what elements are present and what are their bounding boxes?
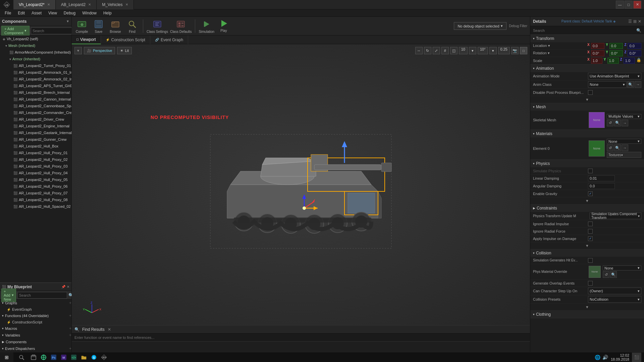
rotation-z-field[interactable]: 0.0° [628,50,641,56]
constraints-header[interactable]: ▶ Constraints [530,204,644,212]
anim-class-dropdown[interactable]: None ▾ [588,81,627,88]
scale-lock-icon[interactable]: 🔒 [636,58,641,64]
mesh-search-btn[interactable]: 🔍 [614,120,621,126]
physics-header[interactable]: ▾ Physics [530,160,644,167]
play-button[interactable]: Play [216,18,231,34]
rotation-y-field[interactable]: 0.0° [609,50,623,56]
ignore-radial-impulse-checkbox[interactable] [588,222,593,226]
phys-material-reset-btn[interactable]: ↺ [603,271,609,278]
grid-size-button[interactable]: 10 [459,47,468,54]
bp-variables-section[interactable]: ▾ Variables + [0,332,71,339]
viewport-translate-icon[interactable]: ↔ [415,47,423,54]
menu-view[interactable]: View [45,10,60,16]
armor-item-13[interactable]: ⬛ AR_Leopard2_Hull_Proxy_01 [0,149,71,156]
simulation-button[interactable]: Simulation [199,18,214,34]
close-tab-1[interactable]: ✕ [88,3,91,6]
material-search-btn[interactable]: 🔍 [614,144,621,151]
rotation-x-field[interactable]: 0.0° [591,50,605,56]
class-defaults-button[interactable]: Class Defaults [170,18,192,34]
physics-transform-dropdown[interactable]: Simulation Upates Component Transform ▾ [590,213,641,219]
bp-search-input[interactable] [17,292,67,299]
my-blueprint-close-icon[interactable]: ✕ [67,285,69,289]
viewport-area[interactable]: NO PRECOMPUTED VISIBILITY ▾ 🎥 Perspectiv… [72,44,530,325]
armor-item-10[interactable]: ⬛ AR_Leopard2_Gastank_Internal [0,129,71,136]
taskbar-skype-btn[interactable]: S [89,353,99,362]
details-search-input[interactable] [533,28,634,33]
rotate-snap-button[interactable]: 10° [478,47,488,54]
menu-help[interactable]: Help [100,10,115,16]
tab-ab-leopard2[interactable]: AB_Leopard2 ✕ [56,0,97,9]
class-settings-button[interactable]: Class Settings [147,18,168,34]
armor-item-0[interactable]: ⬛ AR_Leopard2_Turret_Proxy_01 [0,62,71,69]
anim-class-browse-btn[interactable]: → [635,81,641,88]
find-button[interactable]: Find [125,18,140,34]
material-reset-btn[interactable]: ↺ [607,144,613,151]
armor-item-15[interactable]: ⬛ AR_Leopard2_Hull_Proxy_03 [0,163,71,170]
physics-expand-btn[interactable]: ▼ [584,198,590,203]
taskbar-folder-btn[interactable] [79,353,89,362]
armor-item-4[interactable]: ⬛ AR_Leopard2_Breech_Internal [0,89,71,96]
find-results-close-icon[interactable]: ✕ [108,327,111,332]
armor-component[interactable]: ▾ Armor (Inherited) [0,56,71,62]
location-x-field[interactable]: 0.0 [591,43,605,49]
find-results-input[interactable] [72,334,530,342]
phys-material-dropdown[interactable]: None ▾ [603,265,641,270]
armor-item-2[interactable]: ⬛ AR_Leopard2_Ammorack_02_Internal [0,76,71,82]
armor-item-1[interactable]: ⬛ AR_Leopard2_Ammorack_01_Internal [0,69,71,76]
lit-button[interactable]: ☀ Lit [117,47,132,54]
scale-y-field[interactable]: 1.0 [607,58,619,64]
bp-macros-section[interactable]: ▾ Macros + [0,325,71,332]
add-graph-button[interactable]: + [69,301,71,305]
taskbar-start-button[interactable]: ⊞ [0,352,13,362]
add-new-button[interactable]: + Add New ▾ [1,289,16,302]
armor-item-11[interactable]: ⬛ AR_Leopard2_Gunner_Crew [0,136,71,143]
viewport-surface-icon[interactable]: ◫ [450,47,458,54]
scale-snap-button[interactable]: 0.25 [498,47,510,54]
armor-item-5[interactable]: ⬛ AR_Leopard2_Cannon_Internal [0,96,71,103]
collision-header[interactable]: ▾ Collision [530,249,644,257]
tab-construction-script[interactable]: ⚡ Construction Script [101,36,150,44]
skeletal-mesh-dropdown[interactable]: Multiple Values ▾ [607,114,641,119]
self-item[interactable]: ◈ Vh_Leopard2 (self) [0,36,71,42]
mesh-section-header[interactable]: ▾ Mesh [530,103,644,111]
scale-z-field[interactable]: 1.0 [624,58,635,64]
sim-gen-hit-checkbox[interactable] [588,258,593,263]
armor-item-18[interactable]: ⬛ AR_Leopard2_Hull_Proxy_06 [0,183,71,190]
event-graph-item[interactable]: ⚡ EventGraph [0,306,71,312]
maximize-button[interactable]: □ [625,1,633,9]
add-component-button[interactable]: + Add Component ▾ [1,26,30,36]
network-icon[interactable]: 🌐 [595,355,600,360]
menu-file[interactable]: File [1,10,14,16]
add-dispatcher-button[interactable]: + [69,346,71,351]
can-char-step-dropdown[interactable]: (Owner) ▾ [588,288,641,294]
scale-x-field[interactable]: 1.0 [591,58,602,64]
tab-viewport[interactable]: □ Viewport [72,36,101,44]
components-collapse[interactable]: ▼ [66,19,69,23]
add-variable-button[interactable]: + [69,333,71,338]
location-y-field[interactable]: 0.0 [609,43,623,49]
animation-header[interactable]: ▾ Animation [530,65,644,72]
add-macro-button[interactable]: + [69,326,71,331]
grid-dropdown-icon[interactable]: ▾ [469,47,476,54]
armor-item-16[interactable]: ⬛ AR_Leopard2_Hull_Proxy_04 [0,170,71,176]
armor-item-7[interactable]: ⬛ AR_Leopard2_Commander_Crew [0,109,71,116]
taskbar-ue4-btn[interactable]: UE4 [99,353,109,362]
close-button[interactable]: ✕ [633,1,641,9]
armor-item-21[interactable]: ⬛ AR_Leopard2_Hull_Spaced_02 [0,203,71,210]
mesh-reset-btn[interactable]: ↺ [607,120,613,126]
compile-button[interactable]: ⚙ Compile [74,18,89,34]
construction-script-item[interactable]: ⚡ ConstructionScript [0,319,71,325]
anim-class-search-btn[interactable]: 🔍 [627,81,634,88]
armor-item-14[interactable]: ⬛ AR_Leopard2_Hull_Proxy_02 [0,156,71,163]
animation-expand-btn[interactable]: ▼ [584,97,590,102]
details-list-icon[interactable]: ☰ [628,19,632,24]
mesh-browse-btn[interactable]: → [622,120,628,126]
taskbar-code-btn[interactable]: </> [69,353,78,362]
collision-presets-dropdown[interactable]: NoCollision ▾ [588,296,641,303]
viewport-scale-icon[interactable]: ⤢ [433,47,440,54]
taskbar-ps-btn[interactable]: Ps [49,353,58,362]
gen-overlap-checkbox[interactable] [588,281,593,286]
show-desktop-btn[interactable]: ⬛ [632,353,641,362]
save-button[interactable]: Save [91,18,106,34]
ignore-radial-force-checkbox[interactable] [588,229,593,234]
